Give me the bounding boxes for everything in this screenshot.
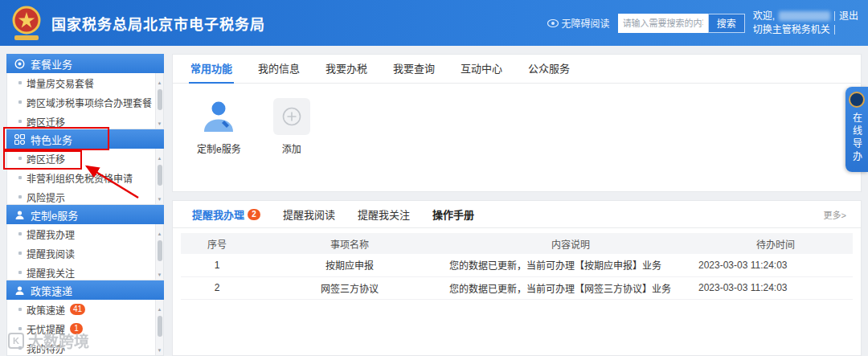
sidebar-item[interactable]: 跨区迁移 — [7, 112, 163, 129]
sidebar-item[interactable]: 提醒我办理 — [7, 224, 163, 243]
scroll-up-icon[interactable] — [158, 224, 162, 239]
sidebar-item-label: 政策速递 — [27, 303, 65, 317]
section-title: 套餐业务 — [31, 56, 72, 72]
scroll-thumb[interactable] — [158, 89, 162, 110]
bullet-icon — [18, 100, 22, 104]
bullet-icon — [18, 232, 22, 235]
count-badge: 1 — [70, 323, 83, 334]
tab-query[interactable]: 我要查询 — [380, 55, 448, 84]
sidebar-item-label: 非营利组织免税资格申请 — [27, 171, 133, 185]
cell-name: 网签三方协议 — [253, 276, 446, 299]
bullet-icon — [18, 120, 22, 123]
scroll-up-icon[interactable] — [158, 73, 162, 88]
scroll-down-icon[interactable] — [158, 114, 162, 129]
scroll-down-icon[interactable] — [158, 190, 162, 204]
online-guide-button[interactable]: 在线导办 — [845, 87, 868, 172]
sidebar-item[interactable]: 提醒我关注 — [7, 263, 163, 280]
sidebar-item[interactable]: 政策速递41 — [7, 300, 163, 319]
accessibility-toggle[interactable]: 无障碍阅读 — [547, 16, 610, 30]
plus-icon — [282, 107, 301, 126]
search-input[interactable] — [618, 14, 708, 33]
scrollbar[interactable] — [155, 300, 163, 355]
sidebar: 套餐业务 增量房交易套餐 跨区域涉税事项综合办理套餐 跨区迁移 特色业务 跨区 — [6, 54, 164, 356]
sidebar-item-cross-district-migration[interactable]: 跨区迁移 — [7, 149, 163, 168]
count-badge: 41 — [70, 304, 85, 315]
sidebar-item[interactable]: 非营利组织免税资格申请 — [7, 168, 163, 187]
section-title: 政策速递 — [31, 283, 72, 298]
scroll-thumb[interactable] — [158, 240, 162, 261]
logout-link[interactable]: 退出 — [839, 10, 858, 23]
sidebar-section-items: 提醒我办理 提醒我阅读 提醒我关注 — [6, 224, 164, 280]
sidebar-section-policy-express[interactable]: 政策速递 — [6, 280, 164, 300]
target-icon — [14, 59, 25, 69]
reminder-tab-label: 提醒我阅读 — [283, 207, 335, 222]
person-icon — [14, 210, 25, 220]
cell-desc: 您的数据已更新，当前可办理【按期应申报】业务 — [446, 254, 692, 276]
tab-my-info[interactable]: 我的信息 — [245, 55, 313, 84]
shortcut-custom-e-service[interactable]: 定制e服务 — [197, 98, 241, 155]
scroll-thumb[interactable] — [158, 165, 162, 186]
sidebar-section-package-business[interactable]: 套餐业务 — [6, 54, 164, 73]
sidebar-section-custom-e-service[interactable]: 定制e服务 — [6, 205, 164, 224]
tab-common-functions[interactable]: 常用功能 — [178, 55, 245, 84]
search-button[interactable]: 搜索 — [708, 14, 745, 33]
main-area: 常用功能 我的信息 我要办税 我要查询 互动中心 公众服务 定制e服务 — [172, 54, 862, 356]
sidebar-item[interactable]: 无忧提醒1 — [7, 319, 163, 338]
tab-remind-handle[interactable]: 提醒我办理 2 — [181, 207, 272, 222]
bullet-icon — [18, 271, 22, 274]
scrollbar[interactable] — [155, 224, 163, 280]
tab-remind-read[interactable]: 提醒我阅读 — [272, 207, 346, 222]
bullet-icon — [18, 308, 22, 311]
column-header-time: 待办时间 — [692, 233, 853, 254]
column-header-no: 序号 — [181, 233, 253, 254]
sidebar-section-items: 政策速递41 无忧提醒1 我的待办 — [6, 300, 164, 356]
sidebar-item-label: 风险提示 — [27, 190, 65, 204]
sidebar-item[interactable]: 我的待办 — [7, 338, 163, 356]
cell-time: 2023-03-03 11:24:03 — [692, 254, 853, 276]
tab-remind-follow[interactable]: 提醒我关注 — [346, 207, 421, 222]
scrollbar[interactable] — [155, 149, 163, 204]
sidebar-section-special-business[interactable]: 特色业务 — [6, 129, 164, 149]
table-row[interactable]: 1 按期应申报 您的数据已更新，当前可办理【按期应申报】业务 2023-03-0… — [181, 254, 853, 276]
shortcut-list: 定制e服务 添加 — [173, 84, 861, 155]
scroll-down-icon[interactable] — [158, 341, 162, 355]
reminder-table: 序号 事项名称 内容说明 待办时间 1 按期应申报 您的数据已更新，当前可办理【… — [181, 233, 853, 300]
sidebar-item[interactable]: 跨区域涉税事项综合办理套餐 — [7, 92, 163, 112]
reminder-tab-label: 提醒我关注 — [358, 207, 410, 222]
national-emblem-logo — [10, 5, 43, 42]
scroll-thumb[interactable] — [158, 316, 162, 337]
column-header-desc: 内容说明 — [446, 233, 692, 254]
sidebar-item-label: 提醒我办理 — [27, 227, 75, 241]
reminder-tab-label: 提醒我办理 — [192, 207, 244, 222]
reminder-tabs: 提醒我办理 2 提醒我阅读 提醒我关注 操作手册 更多> — [173, 201, 861, 228]
bullet-icon — [18, 346, 22, 350]
tab-interaction-center[interactable]: 互动中心 — [448, 55, 515, 84]
tab-public-service[interactable]: 公众服务 — [515, 55, 583, 84]
sidebar-item[interactable]: 增量房交易套餐 — [7, 73, 163, 92]
sidebar-item-label: 跨区域涉税事项综合办理套餐 — [27, 96, 152, 109]
shortcut-label: 添加 — [282, 141, 301, 155]
scroll-up-icon[interactable] — [158, 149, 162, 163]
online-guide-label: 在线导办 — [850, 113, 864, 164]
more-link[interactable]: 更多> — [824, 208, 853, 221]
tab-operation-manual[interactable]: 操作手册 — [421, 207, 485, 222]
bullet-icon — [18, 252, 22, 255]
tab-do-tax[interactable]: 我要办税 — [313, 55, 380, 84]
scroll-up-icon[interactable] — [158, 300, 162, 314]
scroll-down-icon[interactable] — [158, 265, 162, 280]
sidebar-item-label: 提醒我阅读 — [27, 247, 75, 260]
switch-authority-link[interactable]: 切换主管税务机关 — [753, 23, 830, 37]
main-tabs: 常用功能 我的信息 我要办税 我要查询 互动中心 公众服务 — [173, 55, 861, 84]
reminder-tab-label: 操作手册 — [432, 207, 474, 222]
shortcut-add[interactable]: 添加 — [273, 98, 310, 155]
user-name-redacted — [779, 11, 830, 21]
sidebar-item-label: 跨区迁移 — [27, 152, 65, 166]
scrollbar[interactable] — [155, 73, 163, 129]
sidebar-item[interactable]: 提醒我阅读 — [7, 243, 163, 263]
site-title: 国家税务总局北京市电子税务局 — [51, 13, 265, 34]
sidebar-item[interactable]: 风险提示 — [7, 187, 163, 205]
table-row[interactable]: 2 网签三方协议 您的数据已更新，当前可办理【网签三方协议】业务 2023-03… — [181, 276, 853, 299]
cell-no: 1 — [181, 254, 253, 276]
section-title: 定制e服务 — [31, 207, 78, 223]
divider — [834, 25, 835, 35]
